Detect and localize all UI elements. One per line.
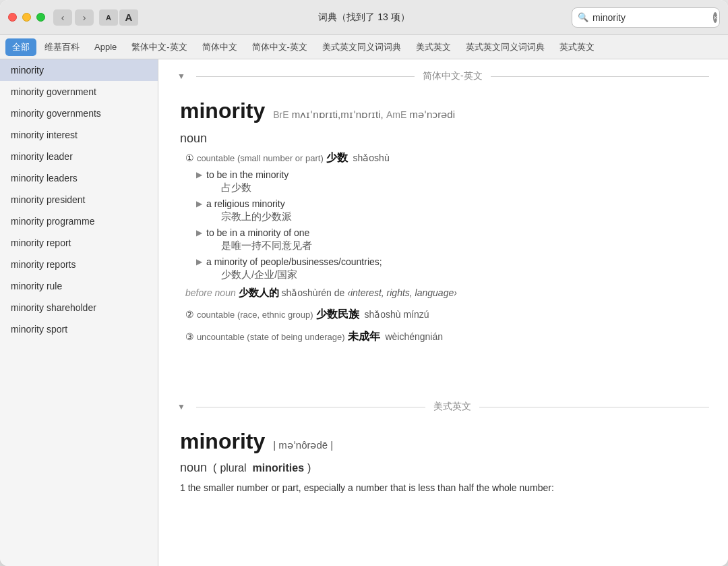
sense-2-label: countable (race, ethnic group)	[197, 310, 313, 320]
section2-line-right	[479, 407, 709, 407]
bre-phonetic: mʌɪˈnɒrɪti,mɪˈnɒrɪti	[292, 109, 381, 120]
example-1-cn: 占少数	[221, 181, 706, 194]
forward-button[interactable]: ›	[75, 9, 94, 26]
section1-divider-container: ▼ 简体中文-英文	[158, 59, 728, 88]
example-3-text: to be in a minority of one 是唯一持不同意见者	[206, 227, 706, 252]
before-noun-line: before noun 少数人的 shǎoshùrén de ‹interest…	[185, 287, 706, 300]
sidebar-item-minority-report[interactable]: minority report	[0, 232, 158, 254]
sense-1-num: ① countable (small number or part) 少数 sh…	[185, 151, 706, 165]
ame-phonetic: məˈnɔrədi	[409, 109, 455, 120]
example-4: ▶ a minority of people/businesses/countr…	[196, 256, 706, 281]
section2-def: 1 the smaller number or part, especially…	[180, 480, 706, 495]
section2-arrow[interactable]: ▼	[177, 402, 185, 412]
section2-word: minority	[180, 429, 265, 454]
before-noun-pinyin: shǎoshùrén de	[282, 287, 348, 298]
section1-line-left	[196, 76, 415, 77]
sidebar-item-minority-president[interactable]: minority president	[0, 189, 158, 210]
sidebar-item-minority-governments[interactable]: minority governments	[0, 103, 158, 124]
sidebar-item-minority-leaders[interactable]: minority leaders	[0, 167, 158, 189]
example-4-text: a minority of people/businesses/countrie…	[206, 256, 706, 281]
section2-pronunciation: | məˈnôrədē |	[273, 439, 333, 451]
example-3-cn: 是唯一持不同意见者	[221, 239, 706, 252]
example-4-cn: 少数人/企业/国家	[221, 268, 706, 281]
section2-divider: ▼ 美式英文	[177, 401, 709, 413]
pronunciation-bre: BrE mʌɪˈnɒrɪti,mɪˈnɒrɪti, AmE məˈnɔrədi	[273, 109, 455, 121]
ame-label: AmE	[386, 109, 406, 120]
sidebar-item-minority-rule[interactable]: minority rule	[0, 275, 158, 297]
example-3-en: to be in a minority of one	[206, 227, 309, 238]
sidebar: minority minority government minority go…	[0, 59, 158, 566]
sense-2-circle: ②	[185, 309, 194, 320]
minimize-button[interactable]	[22, 13, 31, 22]
example-2-arrow: ▶	[196, 199, 202, 208]
sidebar-item-minority-leader[interactable]: minority leader	[0, 146, 158, 167]
tab-trad-en[interactable]: 繁体中文-英文	[125, 38, 193, 56]
sense-3-num: ③ uncountable (state of being underage) …	[185, 330, 706, 344]
search-clear-button[interactable]: ×	[713, 12, 717, 23]
sense-3-label: uncountable (state of being underage)	[197, 332, 345, 342]
section1-line-right	[491, 76, 709, 77]
bre-label: BrE	[273, 109, 289, 120]
section-gap	[158, 363, 728, 390]
tab-amer-syn[interactable]: 美式英文同义词词典	[315, 38, 408, 56]
sidebar-item-minority-government[interactable]: minority government	[0, 81, 158, 103]
font-large-button[interactable]: A	[119, 9, 138, 26]
window-title: 词典（找到了 13 项）	[318, 11, 409, 24]
section2-plural-keyword: plural	[220, 462, 246, 474]
before-noun-note: ‹interest, rights, language›	[347, 287, 457, 298]
example-1-text: to be in the minority 占少数	[206, 169, 706, 194]
tab-amer-en[interactable]: 美式英文	[409, 38, 458, 56]
search-input[interactable]	[593, 12, 710, 23]
sidebar-item-minority-interest[interactable]: minority interest	[0, 124, 158, 146]
content-area: ▼ 简体中文-英文 minority BrE mʌɪˈnɒrɪti,mɪˈnɒr…	[158, 59, 728, 566]
example-2-cn: 宗教上的少数派	[221, 210, 706, 223]
sidebar-item-minority-sport[interactable]: minority sport	[0, 318, 158, 340]
back-button[interactable]: ‹	[53, 9, 72, 26]
tabbar: 全部 维基百科 Apple 繁体中文-英文 简体中文 简体中文-英文 美式英文同…	[0, 35, 728, 59]
main-window: ‹ › A A 词典（找到了 13 项） 🔍 × 全部 维基百科 Apple 繁…	[0, 0, 728, 566]
sense-3: ③ uncountable (state of being underage) …	[180, 330, 706, 344]
section2-plural-label: (	[213, 462, 216, 474]
section2-plural-word: minorities	[253, 462, 304, 474]
font-size-buttons: A A	[99, 9, 138, 26]
section2-line-left	[196, 407, 426, 407]
main-content: minority minority government minority go…	[0, 59, 728, 566]
sidebar-item-minority-shareholder[interactable]: minority shareholder	[0, 297, 158, 318]
tab-brit-en[interactable]: 英式英文	[553, 38, 601, 56]
section2-content: minority | məˈnôrədē | noun ( plural min…	[158, 418, 728, 506]
example-4-en: a minority of people/businesses/countrie…	[206, 256, 382, 267]
example-1-en: to be in the minority	[206, 169, 289, 180]
example-3-arrow: ▶	[196, 228, 202, 237]
before-noun-label: before noun	[185, 287, 236, 298]
sense-1-label: countable (small number or part)	[197, 153, 324, 163]
sidebar-item-minority-reports[interactable]: minority reports	[0, 254, 158, 275]
traffic-lights	[8, 13, 45, 22]
tab-simp-en[interactable]: 简体中文-英文	[245, 38, 314, 56]
tab-apple[interactable]: Apple	[88, 39, 123, 55]
example-2-text: a religious minority 宗教上的少数派	[206, 198, 706, 223]
tab-simp[interactable]: 简体中文	[195, 38, 244, 56]
example-4-arrow: ▶	[196, 257, 202, 266]
section2-def-content: the smaller number or part, especially a…	[188, 482, 554, 493]
sense-2-num: ② countable (race, ethnic group) 少数民族 sh…	[185, 308, 706, 322]
tab-brit-syn[interactable]: 英式英文同义词词典	[459, 38, 551, 56]
close-button[interactable]	[8, 13, 17, 22]
tab-all[interactable]: 全部	[5, 38, 36, 56]
before-noun-translation: 少数人的	[239, 287, 279, 298]
search-icon: 🔍	[578, 12, 588, 22]
example-1: ▶ to be in the minority 占少数	[196, 169, 706, 194]
sense-1-translation: 少数	[326, 152, 348, 163]
sense-1-pinyin: shǎoshù	[353, 152, 390, 163]
section2-paren-close: )	[307, 462, 311, 474]
section2-divider-container: ▼ 美式英文	[158, 390, 728, 418]
maximize-button[interactable]	[36, 13, 45, 22]
section1-arrow[interactable]: ▼	[177, 72, 185, 81]
sidebar-item-minority[interactable]: minority	[0, 59, 158, 81]
tab-wiki[interactable]: 维基百科	[38, 38, 86, 56]
font-small-button[interactable]: A	[99, 9, 118, 26]
sense-1: ① countable (small number or part) 少数 sh…	[180, 151, 706, 300]
sidebar-item-minority-programme[interactable]: minority programme	[0, 210, 158, 232]
section1-content: minority BrE mʌɪˈnɒrɪti,mɪˈnɒrɪti, AmE m…	[158, 88, 728, 363]
nav-buttons: ‹ ›	[53, 9, 94, 26]
example-2-en: a religious minority	[206, 198, 285, 209]
